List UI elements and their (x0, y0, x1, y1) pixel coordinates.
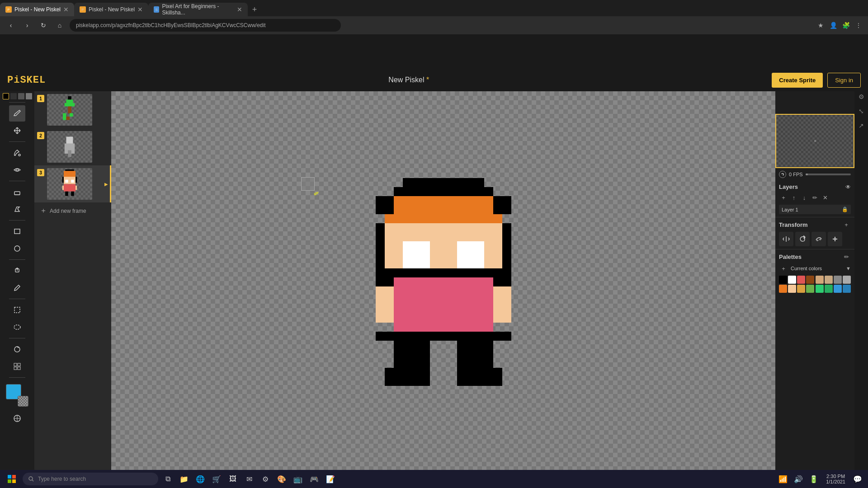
color-light-gray[interactable] (843, 276, 851, 284)
eye-tool[interactable] (9, 162, 25, 178)
tab-close-2[interactable]: ✕ (137, 6, 143, 13)
layer-up-button[interactable]: ↑ (789, 193, 798, 202)
settings-icon[interactable]: ⋮ (854, 20, 863, 30)
tab-1[interactable]: P Piskel - New Piskel ✕ (0, 3, 74, 16)
color-black[interactable] (779, 276, 787, 284)
color-white[interactable] (788, 276, 796, 284)
eraser-tool[interactable] (9, 184, 25, 200)
transform-plus-button[interactable] (828, 232, 842, 246)
transform-add-button[interactable]: + (842, 220, 851, 229)
color-mode-3[interactable] (18, 93, 24, 99)
bookmark-icon[interactable]: ★ (816, 20, 826, 30)
palette-dropdown[interactable]: ▼ (846, 266, 851, 271)
address-input[interactable] (70, 19, 341, 32)
color-mode-2[interactable] (10, 93, 17, 99)
layers-section: Layers 👁 + ↑ ↓ ✏ ✕ Layer 1 🔒 (775, 181, 854, 217)
fill-tool[interactable] (9, 145, 25, 161)
app4-icon[interactable]: 🎮 (307, 472, 321, 486)
color-blue[interactable] (834, 285, 842, 293)
app2-icon[interactable]: 🎨 (275, 472, 288, 486)
tab-close-1[interactable]: ✕ (63, 6, 69, 13)
add-frame-button[interactable]: ＋ Add new frame (34, 202, 111, 219)
back-button[interactable]: ‹ (5, 19, 17, 32)
color-tan[interactable] (825, 276, 833, 284)
color-green2[interactable] (816, 285, 824, 293)
color-mode-rgb[interactable] (3, 93, 9, 99)
palette-selector: + Current colors ▼ (779, 264, 851, 273)
pan-tool[interactable] (9, 263, 25, 279)
profile-icon[interactable]: 👤 (828, 20, 838, 30)
secondary-color-swatch[interactable] (18, 396, 28, 407)
tab-2[interactable]: P Piskel - New Piskel ✕ (74, 3, 148, 16)
app1-icon[interactable]: ⚙ (259, 472, 272, 486)
create-sprite-button[interactable]: Create Sprite (772, 73, 823, 88)
frame-item-1[interactable]: 1 (34, 91, 111, 128)
refresh-button[interactable]: ↻ (37, 19, 50, 32)
color-orange[interactable] (779, 285, 787, 293)
photos-icon[interactable]: 🖼 (226, 472, 240, 486)
color-dark-blue[interactable] (843, 285, 851, 293)
extensions-icon[interactable]: 🧩 (841, 20, 851, 30)
mail-icon[interactable]: ✉ (242, 472, 256, 486)
grid-tool[interactable] (9, 358, 25, 375)
layer-delete-button[interactable]: ✕ (821, 193, 830, 202)
sprite-button[interactable] (811, 232, 826, 246)
tab-close-3[interactable]: ✕ (237, 6, 242, 13)
svg-rect-64 (12, 479, 16, 483)
battery-icon[interactable]: 🔋 (807, 472, 821, 486)
signin-button[interactable]: Sign in (827, 73, 861, 88)
fps-slider[interactable] (806, 174, 851, 175)
app3-icon[interactable]: 📺 (291, 472, 305, 486)
browser-icon[interactable]: 🌐 (193, 472, 207, 486)
export-panel-button[interactable]: ↗ (856, 120, 867, 131)
color-picker-tool[interactable] (9, 410, 25, 427)
start-button[interactable] (4, 471, 20, 487)
canvas-area[interactable]: ✏ (111, 69, 775, 488)
circle-tool[interactable] (9, 240, 25, 257)
rect-tool[interactable] (9, 223, 25, 239)
tab-bar: P Piskel - New Piskel ✕ P Piskel - New P… (0, 0, 868, 16)
layer-down-button[interactable]: ↓ (800, 193, 809, 202)
resize-panel-button[interactable]: ⤡ (856, 106, 867, 117)
rotate-tool[interactable] (9, 341, 25, 357)
notification-icon[interactable]: 💬 (851, 472, 864, 486)
color-brown[interactable] (806, 276, 814, 284)
layer-edit-button[interactable]: ✏ (810, 193, 819, 202)
color-skin[interactable] (816, 276, 824, 284)
color-gray[interactable] (834, 276, 842, 284)
layers-eye-icon[interactable]: 👁 (845, 184, 851, 190)
move-tool[interactable] (9, 122, 25, 139)
eyedropper-tool[interactable] (9, 280, 25, 296)
volume-icon[interactable]: 🔊 (792, 472, 805, 486)
palette-add-button[interactable]: + (779, 264, 788, 273)
palettes-edit-button[interactable]: ✏ (842, 252, 851, 261)
system-clock[interactable]: 2:30 PM1/1/2021 (822, 474, 849, 484)
pen-tool[interactable] (9, 201, 25, 217)
rotate-cw-button[interactable] (795, 232, 810, 246)
tab-3[interactable]: S Pixel Art for Beginners - Skillsha... … (148, 3, 248, 16)
app5-icon[interactable]: 📝 (324, 472, 337, 486)
frame-item-2[interactable]: 2 (34, 128, 111, 165)
task-view-button[interactable]: ⧉ (161, 472, 175, 486)
pencil-tool[interactable] (9, 105, 25, 122)
new-tab-button[interactable]: + (248, 3, 261, 16)
file-explorer-icon[interactable]: 📁 (177, 472, 191, 486)
color-peach[interactable] (788, 285, 796, 293)
flip-h-button[interactable] (779, 232, 793, 246)
rect-select-tool[interactable] (9, 302, 25, 318)
lasso-tool[interactable] (9, 319, 25, 335)
color-red[interactable] (797, 276, 805, 284)
home-button[interactable]: ⌂ (53, 19, 66, 32)
layer-item-1[interactable]: Layer 1 🔒 (779, 205, 851, 214)
taskbar-search[interactable]: Type here to search (23, 473, 158, 485)
frame-item-3[interactable]: 3 ▶ (34, 165, 111, 202)
add-layer-button[interactable]: + (779, 193, 788, 202)
store-icon[interactable]: 🛒 (210, 472, 223, 486)
forward-button[interactable]: › (21, 19, 33, 32)
color-gold[interactable] (797, 285, 805, 293)
color-dark-green[interactable] (825, 285, 833, 293)
settings-panel-button[interactable]: ⚙ (856, 91, 867, 102)
network-icon[interactable]: 📶 (776, 472, 790, 486)
color-green[interactable] (806, 285, 814, 293)
color-mode-4[interactable] (26, 93, 32, 99)
